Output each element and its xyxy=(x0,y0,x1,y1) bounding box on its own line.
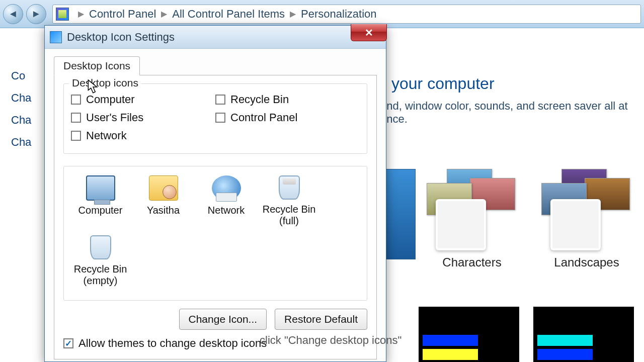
desktop-icons-group: Desktop icons Computer User's Files xyxy=(63,83,367,154)
icon-user-folder[interactable]: Yasitha xyxy=(132,173,195,233)
sidebar-link[interactable]: Cha xyxy=(11,114,46,127)
arrow-left-icon: ◄ xyxy=(8,8,18,20)
icon-label: Computer xyxy=(70,205,131,216)
theme-label: Characters xyxy=(422,255,522,269)
personalization-icon xyxy=(56,8,69,21)
page-subtitle: und, window color, sounds, and screen sa… xyxy=(380,100,644,126)
icon-label: Network xyxy=(196,205,257,216)
icon-computer[interactable]: Computer xyxy=(69,173,132,233)
tab-panel: Desktop icons Computer User's Files xyxy=(54,75,377,359)
icon-label: Recycle Bin xyxy=(70,263,131,275)
breadcrumb-item[interactable]: Control Panel xyxy=(89,8,156,21)
arrow-right-icon: ► xyxy=(31,8,41,20)
group-legend: Desktop icons xyxy=(69,77,141,89)
change-icon-button[interactable]: Change Icon... xyxy=(179,309,267,330)
dialog-title: Desktop Icon Settings xyxy=(67,31,175,44)
checkbox-allow-themes[interactable] xyxy=(63,338,73,348)
allow-themes-row: Allow themes to change desktop icons xyxy=(63,337,367,350)
checkbox-computer[interactable] xyxy=(71,95,81,105)
icon-recycle-bin-full[interactable]: Recycle Bin (full) xyxy=(258,173,320,233)
explorer-navbar: ◄ ► ▶ Control Panel ▶ All Control Panel … xyxy=(0,0,644,28)
checkbox-recycle-bin[interactable] xyxy=(215,95,225,105)
checkbox-network[interactable] xyxy=(71,131,81,141)
folder-icon xyxy=(149,175,178,201)
recycle-bin-full-icon xyxy=(279,175,300,200)
icon-recycle-bin-empty[interactable]: Recycle Bin (empty) xyxy=(69,233,132,293)
dialog-titlebar[interactable]: Desktop Icon Settings ✕ xyxy=(45,26,386,49)
icon-label: (empty) xyxy=(70,275,131,287)
forward-button[interactable]: ► xyxy=(26,4,46,24)
icon-preview-grid: Computer Yasitha Network Recycle Bin (fu… xyxy=(63,166,367,301)
chevron-right-icon: ▶ xyxy=(290,9,296,19)
check-label: User's Files xyxy=(86,111,143,124)
check-label: Allow themes to change desktop icons xyxy=(78,337,267,350)
theme-thumbnails xyxy=(422,169,522,249)
icon-label: (full) xyxy=(259,215,319,227)
check-label: Network xyxy=(86,129,127,142)
check-label: Recycle Bin xyxy=(230,93,289,106)
checkbox-control-panel[interactable] xyxy=(215,113,225,123)
check-label: Computer xyxy=(86,93,135,106)
icon-label: Recycle Bin xyxy=(259,204,319,215)
sidebar-links: Co Cha Cha Cha xyxy=(11,69,46,158)
restore-default-button[interactable]: Restore Default xyxy=(275,309,367,330)
theme-label: Landscapes xyxy=(536,255,637,269)
chevron-right-icon: ▶ xyxy=(161,9,167,19)
address-bar[interactable]: ▶ Control Panel ▶ All Control Panel Item… xyxy=(52,5,641,24)
back-button[interactable]: ◄ xyxy=(3,4,23,24)
recycle-bin-empty-icon xyxy=(90,235,111,259)
theme-thumbnails xyxy=(536,169,637,249)
sidebar-link[interactable]: Cha xyxy=(11,92,46,105)
high-contrast-theme[interactable] xyxy=(533,307,634,362)
breadcrumb-item[interactable]: All Control Panel Items xyxy=(172,8,285,21)
theme-landscapes[interactable]: Landscapes xyxy=(536,169,637,269)
close-button[interactable]: ✕ xyxy=(351,24,387,41)
dialog-body: Desktop Icons Desktop icons Computer Use… xyxy=(45,49,386,362)
check-label: Control Panel xyxy=(230,111,297,124)
dialog-app-icon xyxy=(50,31,62,43)
sidebar-link[interactable]: Co xyxy=(11,69,46,82)
close-icon: ✕ xyxy=(365,27,373,39)
computer-icon xyxy=(86,175,115,201)
icon-buttons-row: Change Icon... Restore Default xyxy=(63,309,367,330)
page-title: your computer xyxy=(391,74,495,93)
icon-network[interactable]: Network xyxy=(195,173,258,233)
icon-label: Yasitha xyxy=(133,205,194,216)
nav-buttons: ◄ ► xyxy=(3,4,46,24)
desktop-icon-settings-dialog: Desktop Icon Settings ✕ Desktop Icons De… xyxy=(44,25,386,362)
chevron-right-icon: ▶ xyxy=(78,9,84,19)
network-icon xyxy=(212,175,241,201)
theme-characters[interactable]: Characters xyxy=(422,169,522,269)
checkbox-users-files[interactable] xyxy=(71,113,81,123)
tab-desktop-icons[interactable]: Desktop Icons xyxy=(54,56,140,75)
sidebar-link[interactable]: Cha xyxy=(11,136,46,149)
breadcrumb-item[interactable]: Personalization xyxy=(301,8,376,21)
high-contrast-theme[interactable] xyxy=(419,307,519,362)
